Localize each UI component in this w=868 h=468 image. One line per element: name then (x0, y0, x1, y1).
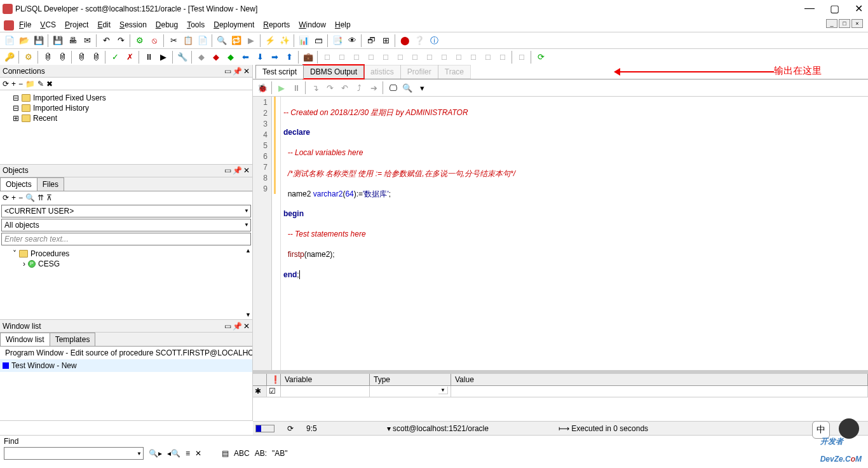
tab-files[interactable]: Files (37, 177, 64, 191)
mdi-min[interactable]: _ (826, 19, 837, 28)
obj-remove-icon[interactable]: − (18, 193, 23, 202)
conn-remove-icon[interactable]: − (18, 79, 23, 88)
break-icon[interactable]: ⏸ (142, 50, 156, 64)
word-icon[interactable]: AB: (255, 449, 267, 458)
menu-vcs[interactable]: VCS (36, 19, 60, 31)
conn-cancel-icon[interactable]: ✖ (46, 79, 53, 88)
menu-help[interactable]: Help (331, 19, 355, 31)
run-icon[interactable]: ⚙ (133, 34, 147, 48)
db3-icon[interactable]: 🛢 (74, 50, 88, 64)
mail-icon[interactable]: ✉ (80, 34, 94, 48)
redo-icon[interactable]: ↷ (114, 34, 128, 48)
dbg-run-icon[interactable]: ◆ (224, 50, 238, 64)
conn-rename-icon[interactable]: ✎ (37, 79, 44, 88)
rollback-icon[interactable]: ✗ (123, 50, 137, 64)
obj-sort-icon[interactable]: ⊼ (46, 193, 52, 202)
menu-deployment[interactable]: Deployment (210, 19, 258, 31)
mdi-close[interactable]: × (851, 19, 863, 28)
tab-trace[interactable]: Trace (438, 65, 471, 79)
record-icon[interactable]: ⬤ (398, 34, 412, 48)
panel-menu-icon[interactable]: ▭ (224, 322, 231, 331)
cut-icon[interactable]: ✂ (166, 34, 180, 48)
step-into-icon[interactable]: ⬇ (253, 50, 267, 64)
zoom-icon[interactable]: 🔍 (400, 81, 414, 95)
scroll-up-icon[interactable]: ▲ (245, 247, 251, 254)
variables-grid[interactable]: ❗ Variable Type Value ✱ ☑ ▼ (253, 370, 868, 421)
db2-icon[interactable]: 🛢 (55, 50, 69, 64)
query-icon[interactable]: 🗃 (311, 34, 325, 48)
tab-statistics[interactable]: atistics (363, 65, 401, 79)
panel-pin-icon[interactable]: 📌 (233, 322, 242, 331)
refresh-icon[interactable]: ⟳ (534, 50, 548, 64)
close-button[interactable]: ✕ (855, 3, 863, 15)
panel-close-icon[interactable]: ✕ (243, 322, 250, 331)
conn-folder-icon[interactable]: 📁 (25, 79, 35, 88)
refresh-status-icon[interactable]: ⟳ (287, 424, 294, 433)
code-editor[interactable]: 123456789 -- Created on 2018/12/30 星期日 b… (253, 97, 868, 370)
find-icon[interactable]: 🔍 (215, 34, 229, 48)
conn-add-icon[interactable]: + (11, 79, 16, 88)
bug-icon[interactable]: 🐞 (255, 81, 269, 95)
case-icon[interactable]: ABC (234, 449, 250, 458)
menu-project[interactable]: Project (61, 19, 92, 31)
save-icon[interactable]: 💾 (32, 34, 46, 48)
briefcase-icon[interactable]: 💼 (301, 50, 315, 64)
objects-tree[interactable]: ▲ ▼ ˅Procedures ›PCESG (0, 246, 252, 320)
logon-icon[interactable]: 🔑 (3, 50, 17, 64)
maximize-button[interactable]: ▢ (830, 3, 839, 15)
menu-debug[interactable]: Debug (152, 19, 182, 31)
save-all-icon[interactable]: 💾 (51, 34, 65, 48)
stop-icon[interactable]: ⦸ (147, 34, 161, 48)
dbg-stop-icon[interactable]: ◆ (209, 50, 223, 64)
find-prev-icon[interactable]: ◂🔍 (167, 449, 180, 458)
tab-dbms-output[interactable]: DBMS Output (303, 65, 364, 79)
menu-tools[interactable]: Tools (183, 19, 208, 31)
schema-combo[interactable]: <CURRENT USER>▼ (1, 205, 251, 217)
tab-objects[interactable]: Objects (0, 177, 37, 191)
about-icon[interactable]: ⓘ (427, 34, 441, 48)
db4-icon[interactable]: 🛢 (89, 50, 103, 64)
search-input[interactable]: Enter search text... (1, 233, 251, 245)
replace-icon[interactable]: 🔁 (229, 34, 243, 48)
obj-find-icon[interactable]: 🔍 (25, 193, 35, 202)
windows-icon[interactable]: 🗗 (364, 34, 378, 48)
panel-close-icon[interactable]: ✕ (243, 166, 250, 175)
paste-icon[interactable]: 📄 (196, 34, 210, 48)
commit-icon[interactable]: ✓ (108, 50, 122, 64)
find-close-icon[interactable]: ✕ (195, 449, 201, 458)
list-item[interactable]: Program Window - Edit source of procedur… (0, 347, 252, 359)
menu-window[interactable]: Window (295, 19, 330, 31)
print-icon[interactable]: 🖶 (65, 34, 79, 48)
copy-icon[interactable]: 📋 (181, 34, 195, 48)
find-next-icon[interactable]: 🔍▸ (149, 449, 162, 458)
tab-templates[interactable]: Templates (50, 333, 96, 346)
menu-file[interactable]: File (15, 19, 35, 31)
obj-add-icon[interactable]: + (11, 193, 16, 202)
panel-menu-icon[interactable]: ▭ (224, 67, 231, 76)
beautify-icon[interactable]: ✨ (278, 34, 292, 48)
view-icon[interactable]: 👁 (345, 34, 359, 48)
col-type[interactable]: Type (370, 374, 451, 385)
connections-tree[interactable]: ⊟Imported Fixed Users ⊟Imported History … (0, 90, 252, 165)
menu-reports[interactable]: Reports (259, 19, 294, 31)
filter-combo[interactable]: All objects▼ (1, 219, 251, 231)
step-back-icon[interactable]: ⬅ (238, 50, 252, 64)
expand-icon[interactable]: › (23, 259, 25, 268)
gear-icon[interactable]: ⚙ (22, 50, 36, 64)
col-variable[interactable]: Variable (281, 374, 370, 385)
describe-icon[interactable]: 📑 (330, 34, 344, 48)
dd-icon[interactable]: ▾ (415, 81, 429, 95)
expand-icon[interactable]: ˅ (13, 249, 17, 258)
monitor-icon[interactable]: 🖵 (386, 81, 400, 95)
scroll-down-icon[interactable]: ▼ (245, 312, 251, 318)
tab-windowlist[interactable]: Window list (0, 333, 50, 346)
regex-icon[interactable]: "AB" (272, 449, 288, 458)
conn-refresh-icon[interactable]: ⟳ (3, 79, 9, 88)
execute-icon[interactable]: ▶ (156, 50, 170, 64)
help-icon[interactable]: ❔ (412, 34, 426, 48)
step-out-icon[interactable]: ⬆ (282, 50, 296, 64)
open-icon[interactable]: 📂 (17, 34, 31, 48)
panel-close-icon[interactable]: ✕ (243, 67, 250, 76)
compile-icon[interactable]: ⚡ (263, 34, 277, 48)
menu-edit[interactable]: Edit (93, 19, 114, 31)
